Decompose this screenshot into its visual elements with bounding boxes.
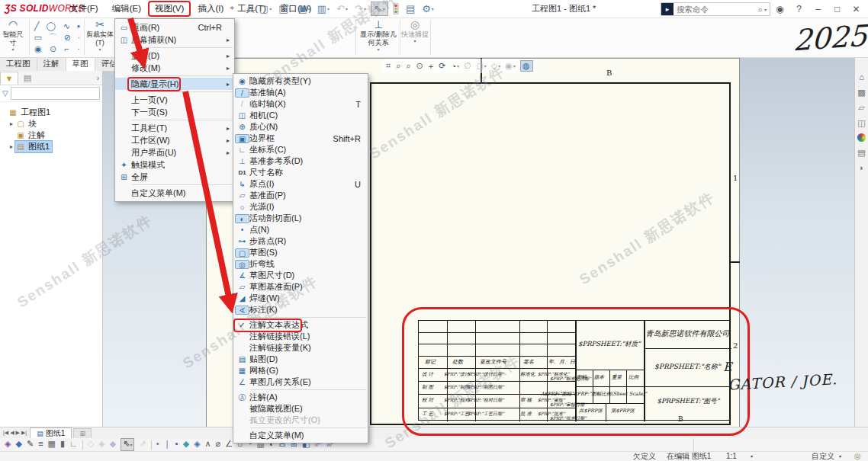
linebar-icon[interactable]: ⌀	[216, 439, 221, 450]
zoom-to-selection-icon[interactable]: ⊙	[416, 61, 424, 71]
filter-input[interactable]	[11, 87, 100, 100]
sheet-scale[interactable]: 1:1	[726, 452, 737, 461]
sheet-tab[interactable]: ▤ 图纸1	[30, 427, 72, 438]
tree-item-blocks[interactable]: ▸ ▢块	[0, 118, 102, 130]
menu-item-points[interactable]: • 点(N)	[233, 224, 368, 235]
select-tool-icon[interactable]: ⇖▾	[121, 438, 134, 451]
linebar-icon[interactable]: ❘	[164, 439, 171, 450]
sketch-tool-icon[interactable]: ◯	[47, 21, 56, 31]
menu-item-dimension-names[interactable]: D1 尺寸名称	[233, 167, 368, 178]
rebuild-traffic-icon[interactable]	[391, 2, 401, 15]
tree-item-drawing1[interactable]: ▦工程图1	[0, 107, 102, 118]
sketch-tool-icon[interactable]: ⌐	[64, 44, 69, 54]
linebar-icon[interactable]: ∧	[205, 439, 211, 450]
view-orientation-icon[interactable]: ◔▾	[451, 62, 459, 71]
appearances-scenes-icon[interactable]	[857, 133, 866, 142]
display-style-icon[interactable]: ◻▾	[477, 61, 487, 71]
sheet-nav-icon[interactable]: ▶	[16, 430, 20, 436]
linebar-icon[interactable]	[82, 440, 83, 450]
menu-item-touch-mode[interactable]: ✦ 触摸模式	[115, 158, 234, 171]
menu-item-datum-reference-frame[interactable]: ⊥ 基准参考系(D)	[233, 155, 368, 167]
menu-item-decals[interactable]: ▤ 贴图(D)	[233, 354, 368, 365]
hide-edge-icon[interactable]: ▦	[48, 439, 56, 450]
menu-item-bend-lines[interactable]: ◎ 折弯线	[233, 258, 368, 270]
menu-item-sketch-relations[interactable]: ∠ 草图几何关系(E)	[233, 376, 368, 388]
menu-item-sketches[interactable]: ▢ 草图(S)	[233, 247, 368, 258]
feature-tree-tab-icon[interactable]: ▼	[0, 72, 18, 85]
menu-item-annotations[interactable]: Ⓐ 注解(A)	[233, 392, 368, 403]
property-tab-icon[interactable]: ▤	[18, 72, 37, 85]
sheet-nav-icon[interactable]: ▶|	[21, 430, 27, 436]
options-icon[interactable]: ⚙▾	[420, 2, 436, 15]
design-library-icon[interactable]: ▩	[857, 88, 865, 97]
menu-item-full-screen[interactable]: ⊞ 全屏	[115, 171, 234, 183]
zoom-in-out-icon[interactable]: ⌕	[406, 61, 411, 71]
sheet-nav-icon[interactable]: ◀	[10, 430, 14, 436]
layer-icon[interactable]: ◈	[5, 439, 11, 450]
forum-icon[interactable]: ◗	[859, 163, 864, 172]
menu-item-hide-show[interactable]: 隐藏/显示(H) ▸	[115, 78, 234, 90]
sketch-tool-icon[interactable]: ⊙	[50, 44, 56, 54]
undo-icon[interactable]: ↶▾	[334, 2, 350, 15]
pin-icon[interactable]: ✦	[229, 4, 235, 12]
menu-item-bounding-box[interactable]: ▣ 边界框 Shift+R	[233, 133, 368, 144]
redo-icon[interactable]: ↷▾	[352, 2, 368, 15]
linebar-icon[interactable]	[151, 440, 152, 450]
menu-item-routing-points[interactable]: ⊶ 步路点(R)	[233, 235, 368, 247]
menu-item-display[interactable]: 显示(D) ▸	[115, 50, 234, 62]
linebar-icon[interactable]: ▪	[175, 439, 178, 450]
rotate-view-icon[interactable]: ⟳	[439, 61, 446, 71]
menu-item-markups[interactable]: ∢ 标注(K)	[233, 304, 368, 315]
color-display-mode-icon[interactable]: ∟	[69, 439, 78, 450]
minimize-button[interactable]: –	[809, 4, 828, 14]
linebar-icon[interactable]: ◆	[110, 439, 116, 450]
menu-item-hidden-views[interactable]: 被隐藏视图(E)	[233, 403, 368, 415]
sketch-tool-icon[interactable]: ⊘	[64, 33, 71, 43]
sketch-tool-icon[interactable]: ⌒	[49, 33, 57, 43]
menu-item-sketch-dimensions[interactable]: ∡ 草图尺寸(D)	[233, 270, 368, 281]
menu-item-live-section-planes[interactable]: ◐ 活动剖切面(L)	[233, 213, 368, 224]
menu-item-hide-all-types[interactable]: ◉ 隐藏所有类型(Y)	[233, 75, 368, 87]
menu-item-modify[interactable]: 修改(M) ▸	[115, 62, 234, 74]
sketch-tool-icon[interactable]: ∿	[63, 21, 70, 31]
custom-properties-icon[interactable]: ▤	[857, 148, 865, 157]
home-icon[interactable]: ⌂	[244, 2, 255, 15]
line-thickness-icon[interactable]: ✎	[27, 439, 34, 450]
smart-dimension-button[interactable]: ◠ 智能尺寸 ▾	[0, 19, 26, 53]
save-icon[interactable]: ▣▾	[295, 2, 312, 15]
linebar-icon[interactable]: •	[156, 439, 159, 450]
maximize-button[interactable]: □	[828, 4, 847, 14]
linebar-icon[interactable]: ◇	[88, 439, 94, 450]
sheet-nav-icon[interactable]: |◀	[3, 430, 8, 436]
edit-appearance-icon[interactable]: ◍	[520, 60, 533, 72]
display-delete-relations-button[interactable]: ⊥ 显示/删除几何关系 ▾	[357, 19, 400, 53]
linebar-icon[interactable]: ◆	[183, 439, 189, 450]
menu-item-previous-page[interactable]: 上一页(V)	[115, 94, 234, 106]
menu-item-sketch-planes[interactable]: ▱ 草图基准面(P)	[233, 281, 368, 293]
hide-show-items-icon[interactable]: ◇▾	[491, 61, 500, 71]
close-button[interactable]: ✕	[847, 4, 866, 14]
view-palette-icon[interactable]: ◫	[857, 118, 865, 127]
menu-item-redraw[interactable]: ▭ 重画(R) Ctrl+R	[115, 21, 234, 34]
menu-item-planes[interactable]: ▱ 基准面(P)	[233, 190, 368, 201]
print-icon[interactable]: ▥▾	[315, 2, 332, 15]
menu-item-customize-menu[interactable]: 自定义菜单(M)	[233, 430, 368, 441]
pan-icon[interactable]: +	[429, 62, 434, 71]
menu-edit[interactable]: 编辑(E)	[105, 1, 148, 17]
quick-snaps-button[interactable]: ◎ 快速捕捉 ▾	[401, 19, 429, 44]
menu-item-annotation-text-expression[interactable]: ✓ 注解文本表达式	[233, 319, 368, 331]
view-settings-icon[interactable]: ◉▾	[505, 61, 516, 71]
menu-item-screen-capture[interactable]: ◫ 屏幕捕获(N) ▸	[115, 34, 234, 46]
sketch-tool-icon[interactable]: ▭	[34, 33, 41, 43]
file-properties-icon[interactable]: ▤	[403, 2, 417, 15]
expander-icon[interactable]: ▸	[8, 143, 15, 150]
sketch-tool-icon[interactable]: ·	[78, 33, 81, 43]
search-input[interactable]	[674, 5, 758, 14]
menu-item-origins[interactable]: ↳ 原点(I) U	[233, 178, 368, 190]
custom-dropdown-icon[interactable]: ▾	[839, 452, 841, 461]
new-document-icon[interactable]: ▢▾	[257, 2, 274, 15]
trim-entities-button[interactable]: ✂ 剪裁实体(T) ▾	[85, 19, 114, 53]
menu-item-center-of-mass[interactable]: ⊕ 质心(N)	[233, 121, 368, 133]
menu-item-weld-beads[interactable]: ◢ 焊缝(W)	[233, 293, 368, 304]
show-edge-icon[interactable]: ▮	[60, 439, 65, 450]
